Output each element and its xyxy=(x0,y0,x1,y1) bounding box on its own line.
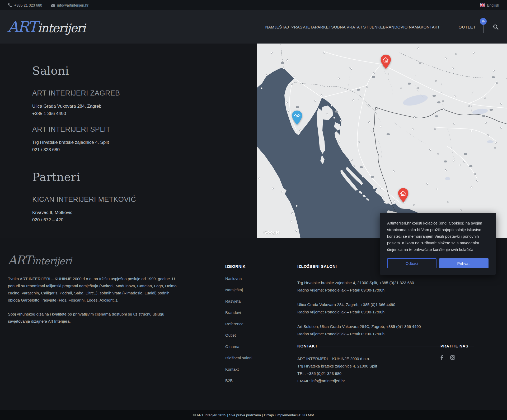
footer-social: PRATITE NAS xyxy=(440,344,468,360)
partneri-title: Partneri xyxy=(32,170,241,184)
phone-contact[interactable]: +385 21 323 680 xyxy=(8,3,42,7)
footer-salon-address: Trg Hrvatske bratske zajednice 4, 21000 … xyxy=(297,279,480,287)
cookie-accept-button[interactable]: Prihvati xyxy=(439,258,489,268)
footer-menu-link[interactable]: Reference xyxy=(225,318,281,330)
road-badge xyxy=(387,133,390,135)
footer-about: ART interijeri Tvrtka ART INTERIJERI – K… xyxy=(8,253,179,325)
envelope-icon xyxy=(51,4,55,7)
chevron-down-icon xyxy=(291,26,294,28)
footer-menu-link[interactable]: Izložbeni saloni xyxy=(225,352,281,364)
footer-logo-interijeri: interijeri xyxy=(32,256,72,266)
footer-menu-link[interactable]: Kontakt xyxy=(225,364,281,375)
uk-flag-icon xyxy=(480,3,485,7)
footer-menu-link[interactable]: Rasvjeta xyxy=(225,295,281,307)
footer-salon-hours: Radno vrijeme: Ponedjeljak – Petak 09:00… xyxy=(297,330,480,338)
bottombar: © ART Interijeri 2025 | Sva prava pridrž… xyxy=(0,410,507,420)
nav-item-label: BRANDOVI xyxy=(383,25,405,29)
footer-salons: IZLOŽBENI SALONI Trg Hrvatske bratske za… xyxy=(297,264,480,346)
footer-menu-link[interactable]: Naslovna xyxy=(225,273,281,284)
nav-item[interactable]: KONTAKT xyxy=(421,25,440,29)
nav-item[interactable]: BRANDOVI xyxy=(383,25,405,29)
footer-menu-link[interactable]: Outlet xyxy=(225,330,281,341)
footer-about-paragraph-2: Spoj vrhunskog dizajna i kvalitete po pr… xyxy=(8,311,179,325)
road-badge xyxy=(296,106,299,108)
salon-name: ART INTERIJERI SPLIT xyxy=(32,125,241,133)
email-contact[interactable]: info@artinterijeri.hr xyxy=(51,3,88,7)
footer-menu-link[interactable]: O nama xyxy=(225,341,281,352)
cookie-text: Artinterijeri.hr koristi kolačiće (eng. … xyxy=(387,220,489,253)
topbar-email: info@artinterijeri.hr xyxy=(57,3,88,7)
road-badge xyxy=(469,165,472,167)
nav-item[interactable]: PARKET xyxy=(315,25,331,29)
road-badge xyxy=(433,95,436,97)
footer-salon-entry: Trg Hrvatske bratske zajednice 4, 21000 … xyxy=(297,279,480,294)
footer-salon-entry: Ulica Grada Vukovara 284, Zagreb, +385 (… xyxy=(297,301,480,316)
search-icon xyxy=(493,24,499,30)
google-logo: Google xyxy=(264,230,280,235)
map-pin[interactable] xyxy=(380,55,391,69)
salon-address: Ulica Grada Vukovara 284, Zagreb xyxy=(32,103,241,110)
footer-menu-link[interactable]: B2B xyxy=(225,375,281,386)
cookie-consent-dialog: Artinterijeri.hr koristi kolačiće (eng. … xyxy=(380,213,496,275)
map-pin[interactable] xyxy=(292,111,303,125)
nav-item-label: NAMJEŠTAJ xyxy=(265,25,289,29)
map-pin[interactable] xyxy=(398,188,409,202)
logo[interactable]: ART interijeri xyxy=(7,18,85,36)
road-badge xyxy=(371,176,374,178)
footer-salon-address: Art Solution, Ulica Grada Vukovara 284C,… xyxy=(297,323,480,330)
phone-icon xyxy=(8,3,12,7)
footer-menu-item: Kontakt xyxy=(225,364,281,375)
footer-menu-link[interactable]: Brandovi xyxy=(225,307,281,318)
salon-entry: ART INTERIJERI SPLIT Trg Hrvatske bratsk… xyxy=(32,125,241,154)
partner-address: Krvavac II, Metković xyxy=(32,209,241,216)
nav-item-label: RASVJETA xyxy=(294,25,315,29)
page: +385 21 323 680 info@artinterijeri.hr En… xyxy=(0,0,507,420)
outlet-label: OUTLET xyxy=(459,25,476,29)
footer-kontakt-line: Trg Hrvatska bratske zajednice 4, 21000 … xyxy=(297,362,411,370)
footer-menu-title: IZBORNIK xyxy=(225,264,281,269)
outlet-percent-badge: % xyxy=(480,18,487,25)
footer-kontakt-line: TEL: +385 (0)21 323 680 xyxy=(297,370,411,377)
footer-logo[interactable]: ART interijeri xyxy=(8,253,179,267)
road-badge xyxy=(408,83,411,85)
road-badge xyxy=(372,76,375,78)
footer-menu: IZBORNIK NaslovnaNamještajRasvjetaBrando… xyxy=(225,264,281,386)
road-badge xyxy=(490,109,493,111)
nav-item[interactable]: SOBNA VRATA I STIJENKE xyxy=(331,25,383,29)
saloni-title: Saloni xyxy=(32,64,241,77)
footer-logo-art: ART xyxy=(8,253,31,267)
road-badge xyxy=(435,116,438,117)
search-button[interactable] xyxy=(493,24,499,30)
header: ART interijeri NAMJEŠTAJ RASVJETA PARKET xyxy=(0,10,507,44)
road-badge xyxy=(281,62,284,64)
partner-name: KICAN INTERIJERI METKOVIĆ xyxy=(32,195,241,204)
footer-social-title: PRATITE NAS xyxy=(440,344,468,348)
map-base-graphic xyxy=(257,44,507,238)
topbar-links: English xyxy=(444,3,499,7)
language-switcher[interactable]: English xyxy=(480,3,499,7)
road-badge xyxy=(492,76,495,78)
logo-interijeri: interijeri xyxy=(37,21,85,35)
nav-item[interactable]: NAMJEŠTAJ xyxy=(265,25,294,29)
facebook-icon[interactable] xyxy=(440,355,443,360)
language-label: English xyxy=(487,3,499,7)
road-badge xyxy=(444,161,447,163)
nav-item[interactable]: O NAMA xyxy=(405,25,421,29)
partner-entry: KICAN INTERIJERI METKOVIĆ Krvavac II, Me… xyxy=(32,195,241,224)
logo-art: ART xyxy=(7,18,37,36)
cookie-decline-button[interactable]: Odbaci xyxy=(387,258,436,268)
footer-kontakt-title: KONTAKT xyxy=(297,344,411,348)
instagram-icon[interactable] xyxy=(450,355,455,360)
map[interactable]: Google xyxy=(257,44,507,238)
footer-menu-item: Outlet xyxy=(225,330,281,341)
salon-address: Trg Hrvatske bratske zajednice 4, Split xyxy=(32,139,241,146)
nav-item[interactable]: RASVJETA xyxy=(294,25,315,29)
footer-menu-item: Namještaj xyxy=(225,284,281,295)
footer-kontakt-line: EMAIL: info@artinterijeri.hr xyxy=(297,377,411,385)
footer-menu-item: B2B xyxy=(225,375,281,386)
footer-salon-address: Ulica Grada Vukovara 284, Zagreb, +385 (… xyxy=(297,301,480,308)
footer-about-paragraph-1: Tvrtka ART INTERIJERI – KUHINJE 2000 d.o… xyxy=(8,275,179,304)
saloni-content: Saloni ART INTERIJERI ZAGREB Ulica Grada… xyxy=(0,44,257,238)
outlet-button[interactable]: OUTLET % xyxy=(451,21,483,33)
footer-menu-link[interactable]: Namještaj xyxy=(225,284,281,295)
